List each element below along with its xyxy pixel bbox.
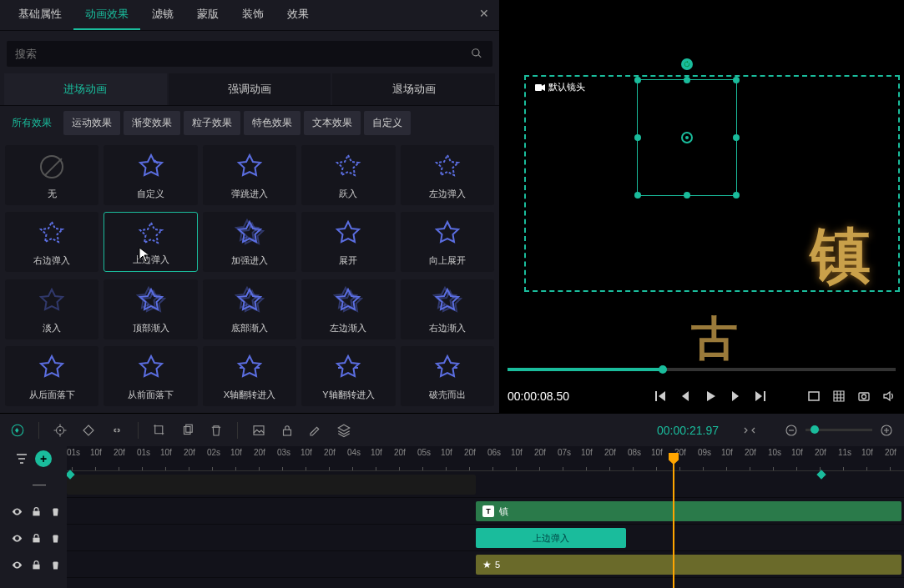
filter-particle[interactable]: 粒子效果 [184,111,240,135]
layers-icon[interactable] [336,423,351,438]
effect-item-19[interactable]: 破壳而出 [401,346,494,406]
tab-basic[interactable]: 基础属性 [7,0,73,30]
effect-item-8[interactable]: 展开 [301,212,395,272]
prev-frame-button[interactable] [654,389,667,403]
sub-tab-emphasis[interactable]: 强调动画 [169,73,331,105]
tab-decor[interactable]: 装饰 [230,0,275,30]
effect-item-9[interactable]: 向上展开 [401,212,494,272]
image-icon[interactable] [251,423,266,438]
effect-item-15[interactable]: 从后面落下 [5,346,98,406]
collapse-icon[interactable]: — [12,477,67,492]
handle-b[interactable] [684,192,690,199]
eye-icon[interactable] [12,560,23,570]
tab-animation[interactable]: 动画效果 [73,0,140,30]
trash-icon[interactable] [50,560,61,570]
rotate-handle[interactable] [681,58,693,70]
zoom-in-icon[interactable] [879,423,894,438]
eye-icon[interactable] [12,533,23,544]
grid-button[interactable] [832,389,846,403]
effect-item-5[interactable]: 右边弹入 [5,212,98,272]
zoom-out-icon[interactable] [784,423,799,438]
tab-filter[interactable]: 滤镜 [140,0,185,30]
sub-tab-exit[interactable]: 退场动画 [332,73,495,105]
close-icon[interactable]: ✕ [479,7,489,20]
effect-item-12[interactable]: 底部渐入 [203,279,296,339]
filter-motion[interactable]: 运动效果 [63,111,120,135]
loop-button[interactable] [807,389,821,403]
ruler-mark: 10f [160,448,172,457]
handle-tr[interactable] [733,77,740,83]
handle-t[interactable] [684,77,690,83]
effect-item-7[interactable]: 加强进入 [203,212,296,272]
keyframe-icon[interactable] [81,423,96,438]
filter-custom[interactable]: 自定义 [364,111,411,135]
search-input[interactable] [7,41,492,67]
handle-tl[interactable] [634,77,641,83]
target-icon[interactable] [53,423,68,438]
effect-item-18[interactable]: Y轴翻转进入 [301,346,395,406]
handle-br[interactable] [733,192,740,199]
handle-bl[interactable] [634,192,641,199]
selection-inner[interactable] [637,79,737,196]
preview-scrubber[interactable] [508,368,896,371]
add-track-button[interactable]: + [35,450,52,467]
star-dash-icon [37,219,67,249]
volume-button[interactable] [882,389,896,403]
tab-effect[interactable]: 效果 [275,0,321,30]
lock-icon[interactable] [31,506,42,517]
effect-item-10[interactable]: 淡入 [5,279,98,339]
trash-icon[interactable] [50,533,61,544]
preview-area: 默认镜头 镇 古 00:00:08.50 [499,0,904,413]
clip-animation[interactable]: 上边弹入 [476,528,626,548]
trash-icon[interactable] [50,506,61,517]
effect-item-1[interactable]: 自定义 [104,145,197,205]
lock-icon[interactable] [31,560,42,570]
home-icon[interactable] [10,423,25,438]
effect-item-13[interactable]: 左边渐入 [301,279,395,339]
edit-icon[interactable] [308,423,323,438]
effect-item-2[interactable]: 弹跳进入 [203,145,296,205]
step-fwd-button[interactable] [729,389,742,403]
cut-icon[interactable] [152,423,167,438]
filter-text[interactable]: 文本效果 [304,111,361,135]
effect-item-17[interactable]: X轴翻转进入 [203,346,296,406]
handle-l[interactable] [634,134,641,141]
tab-mask[interactable]: 蒙版 [185,0,230,30]
timeline-ruler[interactable]: 01s10f20f01s10f20f02s10f20f03s10f20f04s1… [67,446,904,471]
timeline-toolbar: 00:00:21.97 [0,413,904,446]
step-back-button[interactable] [679,389,692,403]
play-button[interactable] [704,389,717,403]
ruler-mark: 03s [277,448,290,457]
effect-item-14[interactable]: 右边渐入 [401,279,494,339]
next-frame-button[interactable] [754,389,767,403]
handle-r[interactable] [733,134,740,141]
copy-icon[interactable] [180,423,195,438]
effect-item-4[interactable]: 左边弹入 [401,145,494,205]
effect-item-16[interactable]: 从前面落下 [104,346,197,406]
effect-item-11[interactable]: 顶部渐入 [104,279,197,339]
filter-all[interactable]: 所有效果 [3,111,60,135]
playhead[interactable] [673,455,674,588]
lock-icon[interactable] [280,423,295,438]
lock-icon[interactable] [31,533,42,544]
fit-icon[interactable] [742,423,757,438]
delete-icon[interactable] [209,423,224,438]
snapshot-button[interactable] [857,389,871,403]
zoom-slider[interactable] [806,429,872,431]
clip-video[interactable] [67,475,476,495]
clip-star[interactable]: ★ 5 [476,555,901,575]
preview-time: 00:00:08.50 [508,389,642,403]
clip-text[interactable]: T 镇 [476,501,901,521]
filter-gradient[interactable]: 渐变效果 [124,111,180,135]
star-multi-icon [432,286,462,316]
filter-tracks-icon[interactable] [15,452,28,465]
filter-special[interactable]: 特色效果 [244,111,300,135]
effect-item-0[interactable]: 无 [5,145,98,205]
effect-item-3[interactable]: 跃入 [301,145,395,205]
sub-tab-enter[interactable]: 进场动画 [4,73,167,105]
center-handle[interactable] [681,132,693,143]
link-icon[interactable] [109,423,124,438]
star-multi-icon [235,219,265,249]
eye-icon[interactable] [12,506,23,517]
marker-end[interactable] [816,470,826,479]
